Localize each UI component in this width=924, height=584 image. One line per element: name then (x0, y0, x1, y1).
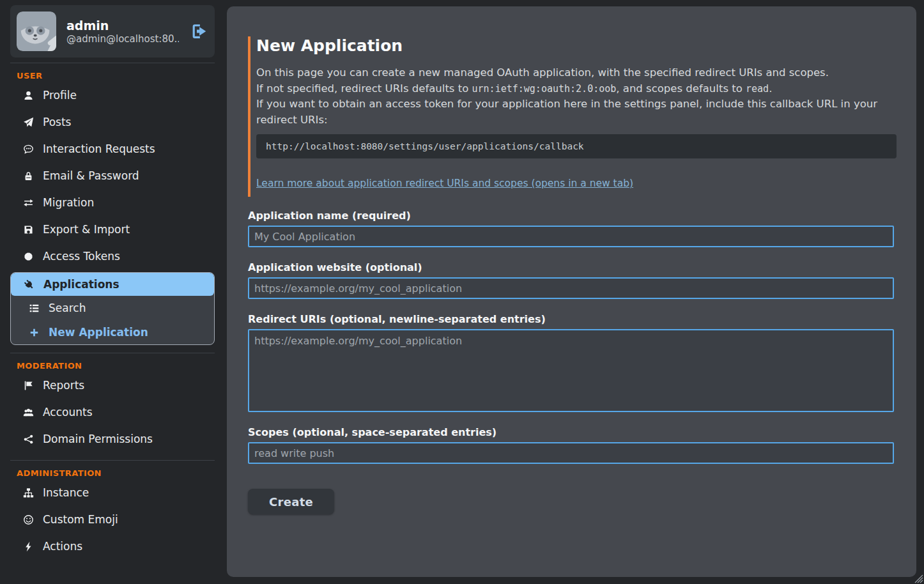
flag-icon (23, 380, 34, 391)
sidebar-item-applications[interactable]: Applications (11, 273, 214, 296)
applications-group: Applications Search New Application (10, 272, 215, 345)
sidebar-item-label: Applications (43, 278, 119, 291)
scopes-input[interactable] (248, 442, 894, 464)
redirect-uris-label: Redirect URIs (optional, newline-separat… (248, 313, 897, 325)
seal-icon (23, 251, 34, 262)
section-header-moderation: MODERATION (17, 361, 215, 371)
sidebar-item-migration[interactable]: Migration (10, 189, 215, 216)
sidebar-item-actions[interactable]: Actions (10, 533, 215, 560)
sidebar-item-domain-permissions[interactable]: Domain Permissions (10, 426, 215, 452)
user-handle: @admin@localhost:80... (66, 33, 179, 45)
sidebar-item-applications-new[interactable]: New Application (11, 320, 214, 344)
inline-code-oob: urn:ietf:wg:oauth:2.0:oob (472, 83, 617, 95)
sidebar-item-profile[interactable]: Profile (10, 82, 215, 109)
sign-out-icon[interactable] (189, 22, 208, 41)
intro-line-2: If not specified, redirect URIs defaults… (256, 81, 897, 97)
scopes-label: Scopes (optional, space-separated entrie… (248, 426, 897, 438)
intro-text: On this page you can create a new manage… (256, 65, 897, 128)
page-title: New Application (256, 36, 897, 55)
intro-line-3: If you want to obtain an access token fo… (256, 96, 897, 128)
sidebar-item-applications-search[interactable]: Search (11, 296, 214, 320)
floppy-disk-icon (23, 224, 34, 235)
sidebar-item-access-tokens[interactable]: Access Tokens (10, 243, 215, 270)
sidebar-item-label: New Application (49, 326, 148, 339)
sidebar-item-label: Reports (43, 379, 84, 392)
user-name: admin (66, 18, 179, 34)
user-meta: admin @admin@localhost:80... (66, 18, 179, 45)
comment-dots-icon (23, 144, 34, 155)
sidebar-item-label: Actions (43, 540, 82, 553)
sidebar-item-label: Email & Password (43, 169, 139, 182)
transfer-arrows-icon (23, 197, 34, 208)
sidebar-item-label: Instance (43, 486, 89, 499)
sidebar-item-posts[interactable]: Posts (10, 109, 215, 135)
create-button[interactable]: Create (248, 489, 334, 514)
divider (10, 353, 215, 353)
share-nodes-icon (23, 434, 34, 445)
sitemap-icon (23, 488, 34, 498)
list-icon (29, 303, 40, 314)
learn-more-link[interactable]: Learn more about application redirect UR… (256, 178, 633, 189)
application-website-label: Application website (optional) (248, 261, 897, 273)
user-card: admin @admin@localhost:80... (10, 5, 215, 58)
sidebar-item-label: Export & Import (43, 223, 130, 236)
new-application-intro: New Application On this page you can cre… (248, 36, 897, 197)
main-panel: New Application On this page you can cre… (227, 6, 916, 577)
bolt-icon (23, 541, 34, 552)
sidebar-item-export-import[interactable]: Export & Import (10, 216, 215, 243)
sidebar-item-custom-emoji[interactable]: Custom Emoji (10, 506, 215, 533)
sidebar-item-label: Domain Permissions (43, 433, 153, 445)
sidebar-item-instance[interactable]: Instance (10, 479, 215, 506)
sidebar-item-label: Interaction Requests (43, 142, 155, 155)
avatar (17, 12, 56, 51)
sidebar-item-interaction-requests[interactable]: Interaction Requests (10, 135, 215, 162)
new-application-form: Application name (required) Application … (248, 210, 897, 514)
sidebar-item-label: Access Tokens (43, 250, 120, 263)
sidebar-item-label: Accounts (43, 406, 93, 419)
user-icon (23, 90, 34, 101)
sidebar-item-label: Custom Emoji (43, 513, 118, 526)
application-name-input[interactable] (248, 226, 894, 247)
divider (10, 460, 215, 461)
inline-code-read: read (746, 83, 769, 95)
settings-sidebar: admin @admin@localhost:80... USER Profil… (10, 5, 215, 560)
sidebar-item-label: Search (49, 302, 86, 314)
section-header-user: USER (17, 71, 215, 81)
sidebar-item-label: Profile (43, 89, 77, 102)
sidebar-item-label: Migration (43, 196, 94, 209)
application-website-input[interactable] (248, 277, 894, 299)
paper-plane-icon (23, 117, 34, 128)
section-header-administration: ADMINISTRATION (17, 468, 215, 478)
sidebar-item-reports[interactable]: Reports (10, 372, 215, 399)
plug-icon (24, 279, 35, 290)
callback-url-code-block: http://localhost:8080/settings/user/appl… (256, 134, 897, 158)
divider (10, 63, 215, 63)
sidebar-item-accounts[interactable]: Accounts (10, 399, 215, 426)
application-name-label: Application name (required) (248, 210, 897, 222)
lock-icon (23, 171, 34, 181)
plus-icon (29, 327, 40, 338)
users-icon (23, 407, 34, 418)
redirect-uris-textarea[interactable] (248, 329, 894, 412)
intro-line-1: On this page you can create a new manage… (256, 65, 897, 81)
window-resize-grip[interactable] (914, 574, 923, 583)
sidebar-item-email-password[interactable]: Email & Password (10, 162, 215, 189)
smiley-icon (23, 514, 34, 525)
sidebar-item-label: Posts (43, 116, 71, 128)
